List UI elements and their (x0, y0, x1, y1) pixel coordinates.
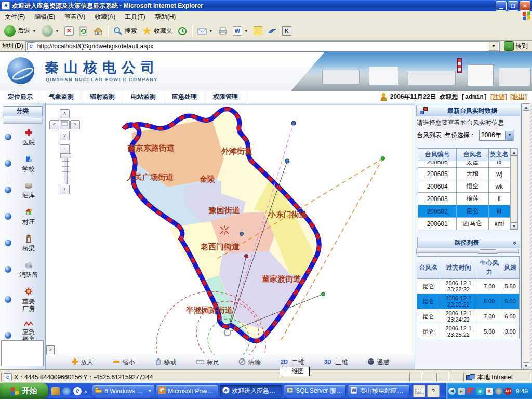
sidebar-item-村庄[interactable]: 村庄 (0, 203, 45, 230)
panel-scroll-down-icon[interactable]: ▼ (523, 362, 529, 369)
forward-button[interactable]: → ▼ (39, 24, 61, 38)
zoom-out-step-button[interactable]: − (60, 144, 70, 154)
menu-item-3[interactable]: 收藏(A) (90, 11, 120, 22)
pan-center-button[interactable] (60, 120, 70, 129)
keyboard-toolbar-button[interactable] (413, 385, 425, 397)
column-header-台风名[interactable]: 台风名 (417, 257, 440, 279)
pan-down-button[interactable]: ∨ (60, 131, 70, 140)
map-canvas[interactable]: 南京东路街道外滩街道人民广场街道金陵豫园街道小东门街道老西门街道董家渡街道半淞园… (46, 103, 415, 355)
sphere-bullet-icon[interactable] (5, 213, 11, 220)
tray-msn-icon[interactable] (467, 388, 474, 395)
nav-tab-1[interactable]: 气象监测 (41, 91, 82, 102)
logout-link[interactable]: [注销] (490, 92, 507, 101)
address-dropdown-button[interactable]: ▼ (489, 42, 498, 51)
sidebar-item-消防所[interactable]: 消防所 (0, 256, 45, 283)
scroll-down-icon[interactable]: ▼ (511, 222, 517, 230)
nav-tab-0[interactable]: 定位显示 (0, 91, 41, 102)
path-list-header[interactable]: 路径列表 » (417, 237, 520, 248)
panel-header[interactable]: 最新台风实时数据 (416, 105, 520, 116)
mail-button[interactable]: ▼ (195, 25, 215, 37)
column-header-过去时间[interactable]: 过去时间 (440, 257, 477, 279)
forward-dropdown-icon[interactable]: ▼ (55, 29, 59, 33)
quick-launch-icon-2[interactable] (62, 387, 71, 395)
mail-dropdown-icon[interactable]: ▼ (209, 29, 213, 33)
history-button[interactable] (176, 25, 189, 37)
ie-quick-launch-icon[interactable]: e (73, 387, 82, 395)
notes-button[interactable] (251, 25, 264, 36)
zoom-slider-track[interactable] (64, 156, 68, 184)
sphere-bullet-icon[interactable] (5, 160, 11, 167)
table-row[interactable]: 昆仑2006-12-123:23:226.005.00 (417, 294, 520, 309)
exit-link[interactable]: [退出] (510, 92, 527, 101)
quick-launch-icon-1[interactable] (51, 387, 60, 395)
menu-item-1[interactable]: 编辑(E) (30, 11, 60, 22)
table-row[interactable]: 昆仑2006-12-123:22:227.005.60 (417, 279, 520, 294)
table-row[interactable]: 200602昆仑kl (418, 205, 510, 218)
table-row[interactable]: 200601西马仑xml (418, 218, 510, 230)
sphere-bullet-icon[interactable] (5, 240, 11, 246)
map-tool-标尺[interactable]: 标尺 (196, 358, 219, 367)
sphere-bullet-icon[interactable] (5, 134, 11, 140)
typhoon-table-scrollbar[interactable]: ▲ ▼ (510, 148, 518, 230)
tray-sql-icon[interactable]: ▸ (458, 388, 465, 395)
pan-left-button[interactable]: < (49, 120, 59, 129)
tray-kaspersky-icon[interactable]: K (486, 388, 493, 395)
tray-collapse-icon[interactable]: ◀ (448, 388, 456, 395)
map-tool-清除[interactable]: 清除 (238, 358, 261, 367)
sidebar-item-重要 厂房[interactable]: 重要厂房 (0, 283, 45, 316)
district-map[interactable]: 南京东路街道外滩街道人民广场街道金陵豫园街道小东门街道老西门街道董家渡街道半淞园… (46, 103, 415, 355)
back-dropdown-icon[interactable]: ▼ (32, 29, 36, 33)
nav-tab-3[interactable]: 电站监测 (123, 91, 164, 102)
map-tool-缩小[interactable]: 缩小 (113, 358, 135, 367)
sidebar-item-学校[interactable]: 学校 (0, 150, 45, 177)
column-header-台风名[interactable]: 台风名 (457, 149, 488, 161)
taskbar-window-秦山核电站应急...[interactable]: W秦山核电站应急... (348, 385, 410, 397)
panel-splitter[interactable] (416, 249, 519, 253)
menu-item-5[interactable]: 帮助(H) (150, 11, 181, 22)
year-dropdown-icon[interactable]: ▼ (505, 131, 514, 140)
table-row[interactable]: 200603榴莲ll (418, 193, 510, 205)
taskbar-window-SQL Server 服务...[interactable]: SQL Server 服务... (284, 385, 346, 397)
panel-scrollbar[interactable]: ▲ ▼ (522, 103, 530, 370)
print-button[interactable] (216, 25, 230, 37)
back-button[interactable]: ← 后退 ▼ (2, 24, 38, 38)
menu-item-2[interactable]: 查看(V) (60, 11, 90, 22)
zoom-in-step-button[interactable]: + (60, 185, 70, 194)
sphere-bullet-icon[interactable] (5, 332, 11, 339)
sidebar-item-桥梁[interactable]: 桥梁 (0, 230, 45, 256)
taskbar-window-Microsoft PowerP...[interactable]: Microsoft PowerP... (156, 385, 218, 397)
table-row[interactable]: 昆仑2006-12-123:25:225.003.00 (417, 324, 520, 339)
collapse-chevron-icon[interactable]: » (511, 241, 519, 244)
start-button[interactable]: 开始 (0, 383, 48, 399)
sidebar-item-医院[interactable]: 医院 (0, 124, 45, 150)
search-button[interactable]: 搜索 (111, 25, 139, 37)
nav-tab-4[interactable]: 应急处理 (164, 91, 205, 102)
scroll-up-icon[interactable]: ▲ (511, 149, 517, 156)
map-tool-三维[interactable]: 3D三维 (324, 358, 348, 367)
column-header-中心风力[interactable]: 中心风力 (477, 257, 501, 279)
pan-up-button[interactable]: ∧ (60, 109, 70, 118)
messenger-button[interactable] (265, 25, 279, 37)
column-header-台风编号[interactable]: 台风编号 (418, 149, 457, 161)
antivirus-button[interactable]: K (280, 25, 294, 37)
minimize-button[interactable]: ▁ (496, 1, 507, 11)
column-header-风速[interactable]: 风速 (501, 257, 520, 279)
sidebar-collapse-button[interactable]: > (46, 345, 55, 354)
sphere-bullet-icon[interactable] (5, 296, 11, 303)
year-select[interactable]: 2006年 ▼ (479, 130, 514, 141)
close-button[interactable]: ✕ (520, 1, 530, 11)
restore-button[interactable]: ❐ (508, 1, 518, 11)
pan-right-button[interactable]: > (70, 120, 80, 129)
address-input[interactable]: e http://localhost/QSgridwebgis/default.… (25, 41, 500, 51)
nav-tab-5[interactable]: 权限管理 (205, 91, 246, 102)
refresh-button[interactable] (77, 25, 90, 37)
taskbar-window-欢迎进入应急资...[interactable]: e欢迎进入应急资... (220, 385, 282, 397)
go-button[interactable]: → 转到 (502, 41, 530, 51)
nav-tab-2[interactable]: 辐射监测 (82, 91, 123, 102)
column-header-英文名[interactable]: 英文名 (488, 149, 510, 161)
edit-dropdown-icon[interactable]: ▼ (244, 29, 248, 33)
map-tool-移动[interactable]: 移动 (154, 358, 177, 367)
help-toolbar-button[interactable]: ? (427, 385, 440, 397)
menu-item-0[interactable]: 文件(F) (0, 11, 30, 22)
home-button[interactable] (91, 25, 105, 37)
